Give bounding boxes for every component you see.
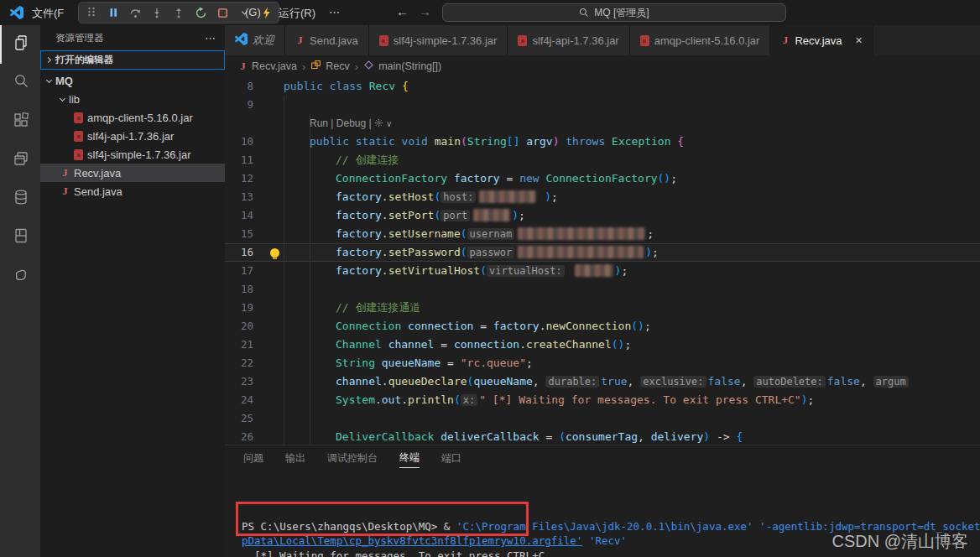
activitybar-item-java-knot[interactable] xyxy=(0,257,40,295)
code-area[interactable]: 8public class Recv {9Run | Debug | ∨10pu… xyxy=(225,77,980,445)
terminal-link[interactable]: pData\Local\Temp\cp_byskv8fvtc3nf8lfp1em… xyxy=(242,534,582,547)
line-number: 24 xyxy=(225,391,265,409)
code-line: 15factory.setUsername(usernam; xyxy=(225,225,980,243)
glyph-margin xyxy=(265,428,284,445)
database-icon xyxy=(12,188,30,210)
method-symbol-icon xyxy=(363,60,374,73)
glyph-margin xyxy=(265,225,284,243)
glyph-margin xyxy=(265,280,284,299)
explorer-sidebar: 资源管理器 ⋯ 打开的编辑器 MQlibamqp-client-5.16.0.j… xyxy=(40,25,225,557)
code-text: Connection connection = factory.newConne… xyxy=(284,317,980,336)
stop-icon[interactable] xyxy=(215,4,230,21)
restart-icon[interactable] xyxy=(193,4,208,21)
code-line: 19// 创建连接通道 xyxy=(225,299,980,317)
line-number: 20 xyxy=(225,317,265,336)
glyph-margin xyxy=(265,151,284,169)
activitybar-item-database[interactable] xyxy=(0,180,40,218)
tab-recv-java[interactable]: JRecv.java× xyxy=(770,25,873,55)
tab-slf4j-api-1-7-36-jar[interactable]: slf4j-api-1.7.36.jar xyxy=(508,25,629,55)
close-icon[interactable]: × xyxy=(856,34,863,47)
panel-tab-问题[interactable]: 问题 xyxy=(243,449,263,468)
code-text: public static void main(String[] argv) t… xyxy=(284,133,980,151)
line-number: 13 xyxy=(225,188,265,206)
line-number: 21 xyxy=(225,336,265,354)
gripper-icon[interactable] xyxy=(84,4,99,21)
code-line: 12ConnectionFactory factory = new Connec… xyxy=(225,169,980,188)
explorer-tree: MQlibamqp-client-5.16.0.jarslf4j-api-1.7… xyxy=(40,71,225,200)
jar-file-icon xyxy=(518,35,527,46)
line-number: 11 xyxy=(225,151,265,169)
code-line: 17factory.setVirtualHost(virtualHost: ); xyxy=(225,262,980,280)
tree-item-send-java[interactable]: JSend.java xyxy=(40,182,225,200)
step-over-icon[interactable] xyxy=(128,4,143,21)
tree-item-label: amqp-client-5.16.0.jar xyxy=(87,112,193,124)
menu-run[interactable]: 运行(R) xyxy=(279,6,315,21)
panel-tab-调试控制台[interactable]: 调试控制台 xyxy=(327,449,378,468)
code-text: Run | Debug | ∨ xyxy=(284,114,980,133)
nav-back-button[interactable]: ← xyxy=(396,4,409,18)
menu-more[interactable]: ⋯ xyxy=(329,6,341,18)
line-number: 10 xyxy=(225,133,265,151)
step-into-icon[interactable] xyxy=(149,4,164,21)
breadcrumb-item-class[interactable]: Recv xyxy=(310,60,349,73)
activitybar-item-explorer[interactable] xyxy=(0,25,40,64)
menu-file[interactable]: 文件(F xyxy=(32,6,64,21)
line-number: 12 xyxy=(225,169,265,188)
code-text: factory.setVirtualHost(virtualHost: ); xyxy=(284,262,980,280)
glyph-margin xyxy=(265,262,284,280)
tab-send-java[interactable]: JSend.java xyxy=(285,25,369,55)
tree-item-recv-java[interactable]: JRecv.java xyxy=(40,164,225,182)
command-center-search[interactable]: MQ [管理员] xyxy=(442,3,786,22)
code-line: 20Connection connection = factory.newCon… xyxy=(225,317,980,336)
more-actions-icon[interactable]: ⋯ xyxy=(205,32,216,44)
lightbulb-icon[interactable] xyxy=(270,248,279,258)
code-text xyxy=(284,96,980,114)
java-file-icon: J xyxy=(295,34,305,47)
chevron-down-icon xyxy=(60,95,65,101)
glyph-margin xyxy=(265,206,284,225)
tree-item-slf4j-api-1-7-36-jar[interactable]: slf4j-api-1.7.36.jar xyxy=(40,127,225,145)
code-text: DeliverCallback deliverCallback = (consu… xyxy=(284,428,980,445)
tree-item-mq[interactable]: MQ xyxy=(40,71,225,90)
code-line: 10public static void main(String[] argv)… xyxy=(225,133,980,151)
explorer-icon xyxy=(12,34,30,55)
glyph-margin xyxy=(265,317,284,336)
breadcrumb-separator: › xyxy=(302,60,305,73)
step-out-icon[interactable] xyxy=(171,4,186,21)
java-knot-icon xyxy=(12,265,30,287)
chevron-down-icon[interactable]: ∨ xyxy=(386,119,392,128)
class-symbol-icon xyxy=(310,60,321,73)
breadcrumb-item-method[interactable]: main(String[]) xyxy=(363,60,441,73)
line-number: 16 xyxy=(225,243,265,262)
codelens-run-debug[interactable]: Run | Debug | xyxy=(310,117,374,129)
code-text: factory.setPassword(passwor); xyxy=(284,243,980,262)
activitybar-item-notebook[interactable] xyxy=(0,218,40,257)
breadcrumb-label: main(String[]) xyxy=(378,60,441,72)
tab-amqp-client-5-16-0-jar[interactable]: amqp-client-5.16.0.jar xyxy=(630,25,771,55)
menu-goto[interactable]: (G) xyxy=(245,6,261,18)
tab-label: slf4j-simple-1.7.36.jar xyxy=(394,34,498,47)
tree-item-amqp-client-5-16-0-jar[interactable]: amqp-client-5.16.0.jar xyxy=(40,108,225,127)
panel-tab-输出[interactable]: 输出 xyxy=(285,449,305,468)
tab--[interactable]: 欢迎 xyxy=(225,25,285,55)
tab-slf4j-simple-1-7-36-jar[interactable]: slf4j-simple-1.7.36.jar xyxy=(369,25,508,55)
panel-tab-端口[interactable]: 端口 xyxy=(441,449,461,468)
activitybar-item-windows[interactable] xyxy=(0,141,40,180)
breadcrumb-label: Recv xyxy=(326,60,349,72)
tree-item-label: Recv.java xyxy=(74,167,121,180)
tree-item-lib[interactable]: lib xyxy=(40,90,225,108)
panel-tab-终端[interactable]: 终端 xyxy=(399,448,420,468)
open-editors-section[interactable]: 打开的编辑器 xyxy=(40,50,225,70)
tree-item-slf4j-simple-1-7-36-jar[interactable]: slf4j-simple-1.7.36.jar xyxy=(40,145,225,164)
activitybar-item-extensions[interactable] xyxy=(0,102,40,141)
glyph-margin xyxy=(265,77,284,96)
nav-forward-button[interactable]: → xyxy=(419,4,431,18)
pause-icon[interactable] xyxy=(106,4,121,21)
code-line: 13factory.setHost(host: ); xyxy=(225,188,980,206)
breadcrumb-item-java[interactable]: JRecv.java xyxy=(238,60,297,73)
code-text: Channel channel = connection.createChann… xyxy=(284,336,980,354)
indent-guide xyxy=(284,96,284,445)
activitybar-item-search[interactable] xyxy=(0,64,40,102)
code-text xyxy=(284,409,980,428)
code-text xyxy=(284,280,980,299)
